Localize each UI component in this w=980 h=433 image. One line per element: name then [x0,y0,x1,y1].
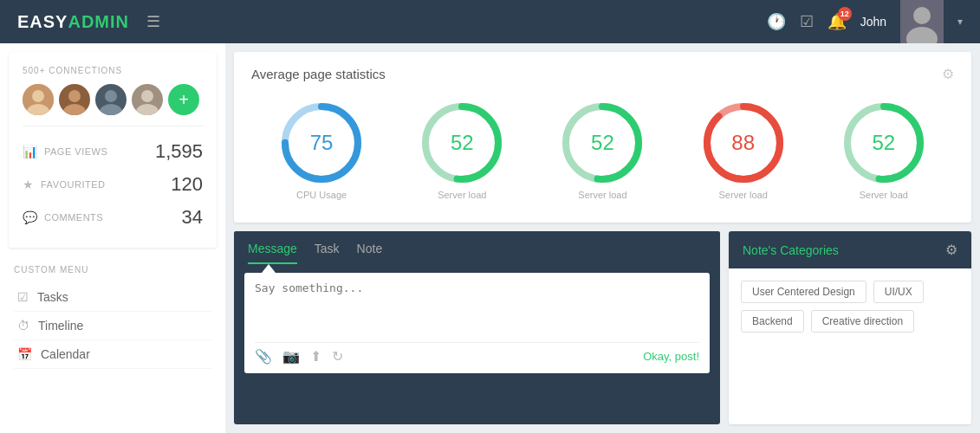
donut-value-1: 52 [451,131,474,154]
sidebar-item-timeline[interactable]: ⏱ Timeline [14,312,211,340]
message-input[interactable] [255,281,699,333]
bottom-row: Message Task Note 📎 📷 ⬆ ↻ [234,231,971,424]
chart-item-3: 88 Server load [700,100,787,200]
donut-label-4: Server load [860,190,908,200]
notes-header: Note's Categories ⚙ [729,231,971,268]
notes-gear-icon[interactable]: ⚙ [945,242,957,258]
main-layout: 500+ CONNECTIONS + 📊 [0,43,980,433]
timeline-menu-label: Timeline [38,319,83,333]
message-body: 📎 📷 ⬆ ↻ Okay, post! [234,264,720,384]
page-views-label: PAGE VIEWS [44,146,107,157]
svg-point-1 [913,7,931,24]
tasks-menu-icon: ☑ [17,290,29,304]
timeline-menu-icon: ⏱ [17,319,29,333]
share-icon[interactable]: ⬆ [310,348,321,365]
refresh-icon[interactable]: ↻ [332,348,343,365]
tasks-menu-label: Tasks [37,290,68,304]
message-card: Message Task Note 📎 📷 ⬆ ↻ [234,231,720,424]
header: EASYADMIN ☰ 🕐 ☑ 🔔 12 John ▾ [0,0,980,43]
connections-label: 500+ CONNECTIONS [23,66,203,75]
avatar-2[interactable] [59,84,90,115]
donut-label-0: CPU Usage [296,190,347,200]
svg-point-4 [32,90,44,102]
tab-note[interactable]: Note [357,242,383,264]
donut-label-3: Server load [719,190,768,200]
message-tabs: Message Task Note [234,231,720,264]
favourited-label: FAVOURITED [41,179,105,190]
message-arrow [262,264,276,273]
donut-container-1: 52 [419,100,505,186]
donut-center-0: 75 [310,132,334,153]
message-action-icons: 📎 📷 ⬆ ↻ [255,348,343,365]
donut-center-2: 52 [591,132,614,153]
attachment-icon[interactable]: 📎 [255,348,272,365]
comments-label: COMMENTS [44,212,103,223]
notification-badge: 12 [838,7,852,21]
donut-container-0: 75 [278,100,365,186]
favourited-stat: ★ FAVOURITED 120 [23,168,203,201]
calendar-menu-label: Calendar [41,347,90,361]
svg-point-13 [141,90,153,102]
donut-value-0: 75 [310,131,334,154]
custom-menu-section: CUSTOM MENU ☑ Tasks ⏱ Timeline 📅 Calenda… [0,256,225,378]
history-icon[interactable]: 🕐 [767,12,786,31]
dropdown-chevron[interactable]: ▾ [957,16,963,28]
favourited-value: 120 [171,173,203,196]
donut-value-2: 52 [591,131,614,154]
sidebar: 500+ CONNECTIONS + 📊 [0,43,225,433]
chart-item-1: 52 Server load [419,100,505,200]
add-connection-button[interactable]: + [168,84,199,115]
avatar-4[interactable] [132,84,163,115]
message-actions: 📎 📷 ⬆ ↻ Okay, post! [255,342,699,365]
chart-item-4: 52 Server load [840,100,927,200]
donut-center-1: 52 [451,132,474,153]
post-button[interactable]: Okay, post! [643,350,699,363]
sidebar-item-tasks[interactable]: ☑ Tasks [14,283,211,312]
hamburger-menu[interactable]: ☰ [146,12,160,31]
donut-center-3: 88 [731,132,755,153]
content-area: Average page statistics ⚙ 75 CPU Usage [225,43,980,433]
donut-value-4: 52 [872,131,895,154]
stats-card: Average page statistics ⚙ 75 CPU Usage [234,52,971,223]
donut-container-4: 52 [840,100,927,186]
stats-section: 📊 PAGE VIEWS 1,595 ★ FAVOURITED 120 💬 [23,126,203,234]
chart-item-2: 52 Server load [559,100,646,200]
tasks-icon[interactable]: ☑ [800,12,814,31]
donut-center-4: 52 [872,132,895,153]
page-views-value: 1,595 [155,140,203,163]
logo-easy: EASY [17,12,68,32]
avatar-3[interactable] [95,84,127,115]
avatar-row: + [23,84,203,115]
comments-stat: 💬 COMMENTS 34 [23,201,203,234]
user-avatar[interactable] [900,0,944,43]
notes-title: Note's Categories [743,243,839,257]
logo: EASYADMIN [17,12,129,32]
note-tag-3[interactable]: Creative direction [811,310,914,333]
stats-card-title: Average page statistics [251,67,386,81]
stats-gear-icon[interactable]: ⚙ [942,66,954,82]
donut-label-1: Server load [438,190,486,200]
svg-point-7 [68,90,81,102]
bar-chart-icon: 📊 [23,145,37,158]
camera-icon[interactable]: 📷 [282,348,300,365]
avatar-1[interactable] [23,84,54,115]
tab-message[interactable]: Message [248,242,297,264]
note-tag-1[interactable]: UI/UX [873,281,924,303]
page-views-stat: 📊 PAGE VIEWS 1,595 [23,135,203,168]
custom-menu-label: CUSTOM MENU [14,265,211,275]
note-tag-2[interactable]: Backend [741,310,804,333]
tab-task[interactable]: Task [315,242,340,264]
note-tag-0[interactable]: User Centered Design [741,281,866,303]
header-right: 🕐 ☑ 🔔 12 John ▾ [767,0,963,43]
logo-admin: ADMIN [68,12,129,32]
svg-point-10 [105,90,117,102]
username: John [860,15,886,29]
charts-row: 75 CPU Usage 52 Server load [251,91,954,209]
sidebar-item-calendar[interactable]: 📅 Calendar [14,340,211,369]
header-left: EASYADMIN ☰ [17,12,160,32]
donut-value-3: 88 [731,131,755,154]
notes-body: User Centered DesignUI/UXBackendCreative… [729,268,971,345]
notifications-icon[interactable]: 🔔 12 [827,12,847,31]
star-icon: ★ [23,178,34,191]
comments-value: 34 [182,206,203,229]
